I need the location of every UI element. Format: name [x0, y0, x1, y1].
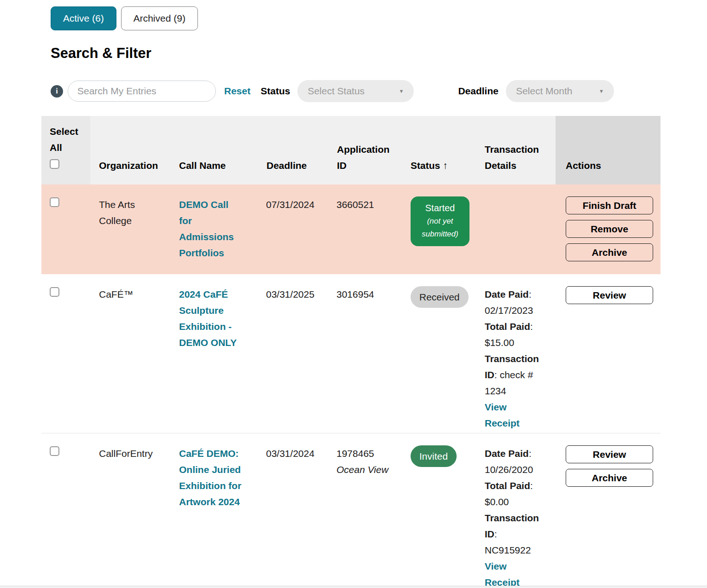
- organization-cell: CaFÉ™: [90, 274, 173, 433]
- transaction-details-cell: Date Paid 10/26/2020 Total Paid $0.00 Tr…: [485, 445, 543, 588]
- view-receipt-link[interactable]: View Receipt: [485, 402, 520, 428]
- review-button[interactable]: Review: [566, 445, 653, 463]
- chevron-down-icon: ▼: [399, 88, 404, 94]
- call-name-link[interactable]: 2024 CaFÉ Sculpture Exhibition - DEMO ON…: [179, 286, 243, 351]
- select-all-checkbox[interactable]: [50, 159, 59, 169]
- archive-button[interactable]: Archive: [566, 469, 653, 487]
- date-paid-label: Date Paid: [485, 448, 532, 459]
- select-all-label: Select All: [50, 123, 86, 156]
- status-filter-label: Status: [261, 86, 290, 97]
- col-header-application-id: Application ID: [330, 116, 407, 184]
- application-id-value: 1978465: [336, 445, 396, 461]
- col-header-deadline: Deadline: [260, 116, 330, 184]
- date-paid-label: Date Paid: [485, 289, 532, 300]
- table-row-invited-entry: CallForEntry CaFÉ DEMO: Online Juried Ex…: [41, 433, 661, 588]
- application-note: Ocean View: [336, 461, 396, 478]
- row-checkbox[interactable]: [50, 287, 59, 297]
- transaction-id-value: NC915922: [485, 545, 531, 555]
- deadline-select[interactable]: Select Month ▼: [506, 80, 614, 102]
- remove-button[interactable]: Remove: [566, 220, 653, 238]
- deadline-cell: 03/31/2024: [260, 433, 330, 588]
- entries-table: Select All Organization Call Name Deadli…: [41, 116, 661, 588]
- deadline-cell: 03/31/2025: [260, 274, 330, 433]
- status-select-value: Select Status: [307, 86, 365, 97]
- col-header-call-name: Call Name: [173, 116, 260, 184]
- total-paid-label: Total Paid: [485, 480, 533, 491]
- table-row-draft-entry: The Arts College DEMO Call for Admission…: [41, 184, 661, 274]
- status-text: Started: [415, 201, 465, 215]
- my-entries-page: Active (6) Archived (9) Search & Filter …: [0, 0, 707, 588]
- col-header-status-sort[interactable]: Status ↑: [407, 116, 481, 184]
- transaction-details-cell: [481, 184, 556, 274]
- tab-archived[interactable]: Archived (9): [121, 6, 198, 30]
- status-note: (not yet submitted): [416, 215, 464, 241]
- finish-draft-button[interactable]: Finish Draft: [566, 196, 653, 214]
- select-all-header: Select All: [41, 116, 90, 184]
- status-header-label: Status: [411, 160, 440, 171]
- page-title: Search & Filter: [51, 45, 707, 62]
- deadline-cell: 07/31/2024: [260, 184, 330, 274]
- info-icon[interactable]: i: [51, 85, 63, 98]
- application-id-cell: 3660521: [330, 184, 407, 274]
- date-paid-value: 02/17/2023: [485, 305, 533, 316]
- table-row-received-entry: CaFÉ™ 2024 CaFÉ Sculpture Exhibition - D…: [41, 274, 661, 433]
- deadline-filter-label: Deadline: [458, 86, 498, 97]
- search-input[interactable]: [68, 81, 216, 102]
- actions-cell: Review: [556, 274, 661, 433]
- total-paid-label: Total Paid: [485, 321, 533, 332]
- reset-link[interactable]: Reset: [224, 86, 250, 97]
- entries-tabs: Active (6) Archived (9): [51, 6, 707, 30]
- chevron-down-icon: ▼: [599, 88, 604, 94]
- status-badge-invited: Invited: [411, 445, 457, 467]
- status-badge-started: Started (not yet submitted): [411, 196, 469, 246]
- search-filter-bar: i Reset Status Select Status ▼ Deadline …: [51, 80, 707, 102]
- tab-active[interactable]: Active (6): [51, 6, 116, 30]
- transaction-details-cell: Date Paid 02/17/2023 Total Paid $15.00 T…: [485, 286, 543, 431]
- application-id-cell: 1978465 Ocean View: [330, 433, 407, 588]
- review-button[interactable]: Review: [566, 286, 653, 304]
- deadline-select-value: Select Month: [516, 86, 573, 97]
- application-id-cell: 3016954: [330, 274, 407, 433]
- organization-cell: CallForEntry: [90, 433, 173, 588]
- col-header-organization: Organization: [90, 116, 173, 184]
- call-name-link[interactable]: DEMO Call for Admissions Portfolios: [179, 196, 243, 261]
- date-paid-value: 10/26/2020: [485, 464, 533, 475]
- call-name-link[interactable]: CaFÉ DEMO: Online Juried Exhibition for …: [179, 445, 243, 510]
- view-receipt-link[interactable]: View Receipt: [485, 561, 520, 588]
- col-header-actions: Actions: [556, 116, 661, 184]
- page-bottom-divider: [0, 586, 707, 588]
- total-paid-value: $0.00: [485, 496, 509, 507]
- status-select[interactable]: Select Status ▼: [297, 80, 414, 102]
- actions-cell: Review Archive: [556, 433, 661, 588]
- row-checkbox[interactable]: [50, 197, 59, 207]
- total-paid-value: $15.00: [485, 337, 514, 348]
- actions-cell: Finish Draft Remove Archive: [556, 184, 661, 274]
- sort-ascending-icon: ↑: [443, 160, 448, 171]
- status-badge-received: Received: [411, 286, 469, 308]
- col-header-transaction-details: Transaction Details: [481, 116, 556, 184]
- row-checkbox[interactable]: [50, 446, 59, 456]
- archive-button[interactable]: Archive: [566, 243, 653, 261]
- transaction-id-label: Transaction ID: [485, 513, 539, 539]
- table-header-row: Select All Organization Call Name Deadli…: [41, 116, 661, 184]
- organization-cell: The Arts College: [90, 184, 173, 274]
